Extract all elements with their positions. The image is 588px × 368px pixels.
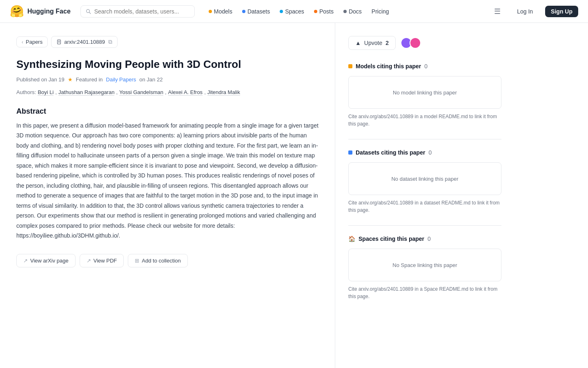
spaces-empty-text: No Space linking this paper: [392, 262, 457, 268]
upvote-row: ▲ Upvote 2: [348, 36, 501, 50]
logo-link[interactable]: 🤗 Hugging Face: [10, 4, 71, 18]
datasets-section: Datasets citing this paper 0 No dataset …: [348, 149, 501, 214]
models-empty-box: No model linking this paper: [348, 76, 501, 109]
nav-docs-label: Docs: [349, 8, 362, 15]
avatar-group: [401, 37, 421, 49]
author-boyi-li[interactable]: Boyi Li: [38, 89, 53, 96]
nav-posts-label: Posts: [319, 8, 334, 15]
models-cite-text: Cite arxiv.org/abs/2401.10889 in a model…: [348, 113, 501, 128]
datasets-count: 0: [428, 149, 432, 156]
datasets-dot: [242, 10, 245, 13]
svg-point-0: [86, 9, 89, 13]
login-button[interactable]: Log In: [511, 6, 539, 17]
spaces-emoji-icon: 🏠: [348, 236, 355, 242]
paper-meta: Published on Jan 19 ★ Featured in Daily …: [16, 76, 318, 83]
models-section-header: Models citing this paper 0: [348, 63, 501, 70]
datasets-dot-icon: [348, 150, 352, 155]
abstract-title: Abstract: [16, 107, 318, 116]
paper-title: Synthesizing Moving People with 3D Contr…: [16, 58, 318, 72]
datasets-empty-box: No dataset linking this paper: [348, 162, 501, 195]
signup-button[interactable]: Sign Up: [545, 6, 578, 17]
divider-1: [348, 139, 501, 139]
logo-emoji: 🤗: [10, 4, 24, 18]
copy-icon[interactable]: ⧉: [108, 38, 112, 45]
add-collection-label: Add to collection: [142, 258, 180, 264]
featured-suffix: on Jan 22: [139, 76, 163, 83]
action-buttons: ↗ View arXiv page ↗ View PDF ⊞ Add to co…: [16, 254, 318, 267]
view-arxiv-button[interactable]: ↗ View arXiv page: [16, 254, 76, 267]
page-body: ‹ Papers arxiv:2401.10889 ⧉ Synthesizing…: [0, 23, 588, 368]
navbar: 🤗 Hugging Face Models Datasets Spaces Po…: [0, 0, 588, 23]
search-icon: [86, 9, 91, 14]
nav-models[interactable]: Models: [205, 6, 236, 17]
spaces-section-title: Spaces citing this paper: [359, 236, 424, 242]
nav-posts[interactable]: Posts: [310, 6, 338, 17]
author-yossi[interactable]: Yossi Gandelsman: [119, 89, 163, 96]
spaces-count: 0: [428, 236, 431, 242]
main-content: ‹ Papers arxiv:2401.10889 ⧉ Synthesizing…: [0, 23, 335, 368]
models-dot: [209, 10, 212, 13]
breadcrumb-papers-label: Papers: [26, 39, 42, 45]
datasets-empty-text: No dataset linking this paper: [391, 176, 458, 182]
author-jathushan[interactable]: Jathushan Rajasegaran: [58, 89, 114, 96]
nav-pricing[interactable]: Pricing: [368, 6, 393, 17]
arxiv-id: arxiv:2401.10889: [64, 39, 105, 45]
nav-models-label: Models: [214, 8, 232, 15]
collection-icon: ⊞: [135, 258, 139, 264]
spaces-empty-box: No Space linking this paper: [348, 249, 501, 281]
upvote-label: Upvote: [364, 40, 382, 46]
daily-papers-link[interactable]: Daily Papers: [106, 76, 136, 83]
models-section: Models citing this paper 0 No model link…: [348, 63, 501, 128]
upvote-button[interactable]: ▲ Upvote 2: [348, 36, 396, 50]
view-pdf-button[interactable]: ↗ View PDF: [80, 254, 124, 267]
upvote-triangle-icon: ▲: [355, 40, 361, 46]
document-icon: [56, 39, 62, 45]
author-jitendra[interactable]: Jitendra Malik: [207, 89, 240, 96]
models-dot-icon: [348, 64, 352, 68]
models-empty-text: No model linking this paper: [393, 90, 457, 96]
nav-links: Models Datasets Spaces Posts Docs Pricin…: [205, 6, 393, 17]
paper-authors: Authors: Boyi Li, Jathushan Rajasegaran,…: [16, 89, 318, 96]
nav-datasets-label: Datasets: [247, 8, 270, 15]
models-count: 0: [424, 63, 428, 70]
view-arxiv-label: View arXiv page: [30, 258, 69, 264]
search-box[interactable]: [80, 5, 195, 18]
nav-spaces[interactable]: Spaces: [276, 6, 308, 17]
breadcrumb-papers-link[interactable]: ‹ Papers: [16, 36, 48, 47]
avatar-2: [410, 37, 421, 49]
upvote-count: 2: [385, 40, 389, 46]
abstract-text: In this paper, we present a diffusion mo…: [16, 121, 318, 241]
published-date: Published on Jan 19: [16, 76, 65, 83]
divider-2: [348, 225, 501, 226]
datasets-section-title: Datasets citing this paper: [356, 149, 425, 156]
nav-docs[interactable]: Docs: [339, 6, 366, 17]
logo-text: Hugging Face: [27, 8, 71, 15]
sidebar: ▲ Upvote 2 Models citing this paper 0 No…: [335, 23, 514, 368]
star-icon: ★: [68, 76, 73, 83]
back-arrow-icon: ‹: [22, 39, 23, 45]
spaces-dot: [280, 10, 283, 13]
datasets-cite-text: Cite arxiv.org/abs/2401.10889 in a datas…: [348, 199, 501, 214]
spaces-cite-text: Cite arxiv.org/abs/2401.10889 in a Space…: [348, 285, 501, 300]
author-alexei[interactable]: Alexei A. Efros: [168, 89, 203, 96]
spaces-section: 🏠 Spaces citing this paper 0 No Space li…: [348, 236, 501, 300]
breadcrumb: ‹ Papers arxiv:2401.10889 ⧉: [16, 36, 318, 48]
svg-line-1: [89, 12, 91, 13]
spaces-section-header: 🏠 Spaces citing this paper 0: [348, 236, 501, 242]
pdf-icon: ↗: [87, 258, 91, 264]
view-pdf-label: View PDF: [94, 258, 117, 264]
nav-spaces-label: Spaces: [285, 8, 304, 15]
search-input[interactable]: [94, 8, 189, 15]
authors-label: Authors:: [16, 89, 36, 95]
menu-icon[interactable]: ☰: [490, 4, 505, 18]
datasets-section-header: Datasets citing this paper 0: [348, 149, 501, 156]
nav-datasets[interactable]: Datasets: [238, 6, 274, 17]
featured-prefix: Featured in: [76, 76, 103, 83]
breadcrumb-arxiv: arxiv:2401.10889 ⧉: [51, 36, 118, 48]
posts-dot: [314, 10, 317, 13]
external-link-icon: ↗: [23, 258, 28, 264]
docs-dot: [343, 10, 347, 13]
add-to-collection-button[interactable]: ⊞ Add to collection: [128, 254, 187, 267]
models-section-title: Models citing this paper: [356, 63, 421, 70]
